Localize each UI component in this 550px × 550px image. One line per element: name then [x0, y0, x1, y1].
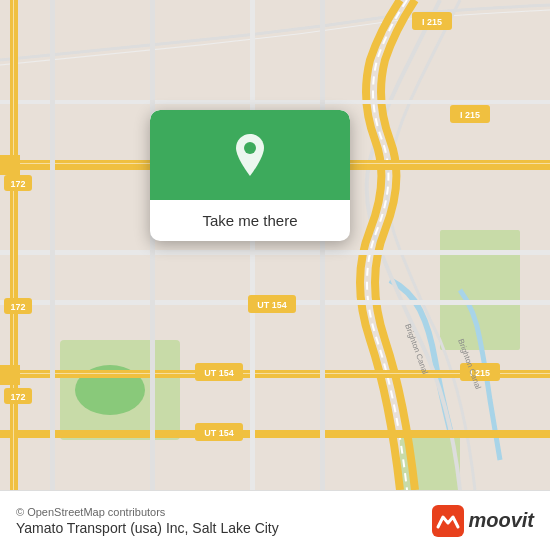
footer-bar: © OpenStreetMap contributors Yamato Tran… [0, 490, 550, 550]
svg-rect-16 [320, 0, 325, 490]
take-me-there-button[interactable]: Take me there [190, 212, 309, 229]
svg-rect-15 [250, 0, 255, 490]
svg-text:UT 154: UT 154 [204, 368, 234, 378]
map-container: UT 154 UT 154 UT 154 UT 154 I 215 I 215 … [0, 0, 550, 490]
moovit-logo: moovit [432, 505, 534, 537]
place-name: Yamato Transport (usa) Inc, Salt Lake Ci… [16, 520, 279, 536]
svg-text:I 215: I 215 [422, 17, 442, 27]
location-pin-icon [230, 132, 270, 178]
svg-text:UT 154: UT 154 [257, 300, 287, 310]
svg-rect-7 [0, 100, 550, 104]
svg-rect-20 [0, 365, 20, 385]
moovit-icon [432, 505, 464, 537]
svg-rect-14 [150, 0, 155, 490]
svg-text:172: 172 [10, 179, 25, 189]
location-popup: Take me there [150, 110, 350, 241]
svg-rect-8 [0, 250, 550, 255]
svg-rect-18 [13, 0, 14, 490]
moovit-text: moovit [468, 509, 534, 532]
svg-point-43 [244, 142, 256, 154]
svg-text:UT 154: UT 154 [204, 428, 234, 438]
map-svg: UT 154 UT 154 UT 154 UT 154 I 215 I 215 … [0, 0, 550, 490]
svg-text:172: 172 [10, 302, 25, 312]
footer-left: © OpenStreetMap contributors Yamato Tran… [16, 506, 279, 536]
svg-rect-19 [0, 155, 20, 175]
attribution-text: © OpenStreetMap contributors [16, 506, 279, 518]
svg-text:172: 172 [10, 392, 25, 402]
svg-rect-12 [0, 430, 550, 438]
svg-text:I 215: I 215 [460, 110, 480, 120]
popup-green-area [150, 110, 350, 200]
svg-rect-13 [50, 0, 55, 490]
